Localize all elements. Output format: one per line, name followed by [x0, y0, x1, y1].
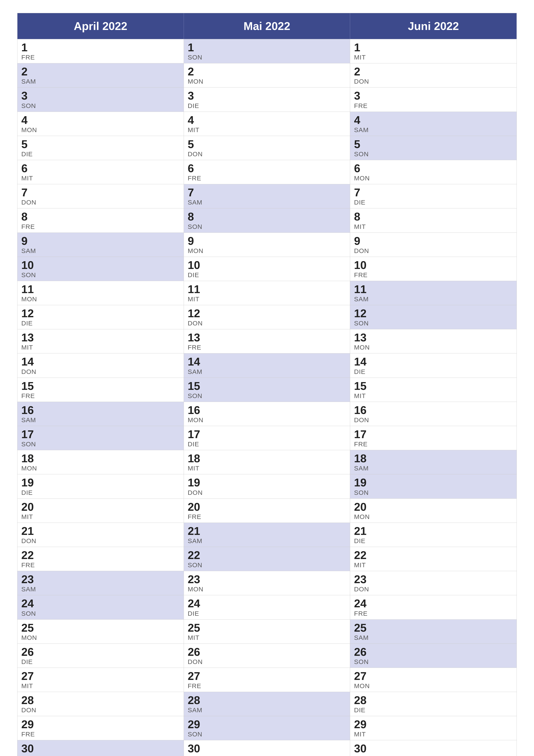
day-cell: 27FRE [184, 668, 350, 692]
day-name: FRE [354, 271, 513, 279]
day-cell: 6MIT [17, 160, 184, 184]
day-cell: 29MIT [350, 716, 517, 740]
day-number: 20 [354, 501, 513, 513]
day-name: SON [21, 271, 180, 279]
day-cell: 7DIE [350, 184, 517, 208]
day-number: 11 [188, 283, 346, 295]
day-name: SAM [21, 417, 180, 424]
day-number: 14 [21, 356, 180, 368]
day-cell: 24DIE [184, 595, 350, 619]
day-name: MON [188, 755, 346, 756]
day-number: 16 [188, 404, 346, 417]
day-name: SON [188, 54, 346, 61]
day-name: MIT [188, 126, 346, 134]
day-number: 8 [188, 210, 346, 223]
day-name: FRE [21, 392, 180, 399]
day-number: 29 [354, 718, 513, 731]
day-name: DON [354, 755, 513, 756]
day-number: 9 [188, 235, 346, 247]
day-number: 4 [21, 114, 180, 126]
day-number: 12 [354, 307, 513, 320]
day-cell: 17SON [17, 426, 184, 450]
day-name: SON [188, 392, 346, 399]
day-number: 26 [354, 646, 513, 658]
day-number: 28 [21, 694, 180, 706]
day-cell: 8SON [184, 208, 350, 232]
day-number: 26 [21, 646, 180, 658]
day-cell: 1FRE [17, 39, 184, 63]
day-cell: 30DON [350, 740, 517, 756]
day-cell: 21DON [17, 523, 184, 547]
day-cell: 16SAM [17, 402, 184, 426]
day-cell: 21DIE [350, 523, 517, 547]
day-name: FRE [21, 54, 180, 61]
day-name: FRE [354, 441, 513, 448]
day-number: 2 [188, 66, 346, 78]
day-cell: 26DIE [17, 643, 184, 668]
day-cell: 18MON [17, 450, 184, 474]
day-cell: 24SON [17, 595, 184, 619]
day-number: 6 [354, 162, 513, 175]
day-number: 27 [188, 670, 346, 682]
day-cell: 14SAM [184, 353, 350, 377]
day-number: 18 [354, 452, 513, 465]
day-name: SON [354, 150, 513, 158]
day-name: MON [188, 247, 346, 255]
day-cell: 26SON [350, 643, 517, 668]
day-cell: 3FRE [350, 87, 517, 111]
day-name: MON [188, 585, 346, 593]
day-cell: 23SAM [17, 571, 184, 595]
day-name: SON [354, 489, 513, 496]
day-number: 18 [188, 452, 346, 465]
day-cell: 10DIE [184, 257, 350, 281]
day-number: 11 [21, 283, 180, 295]
day-name: DIE [188, 102, 346, 109]
day-cell: 17DIE [184, 426, 350, 450]
day-number: 19 [354, 476, 513, 489]
day-number: 14 [354, 356, 513, 368]
day-name: SAM [354, 634, 513, 641]
day-number: 21 [354, 525, 513, 537]
day-number: 18 [21, 452, 180, 465]
day-name: MIT [354, 54, 513, 61]
day-number: 17 [354, 428, 513, 441]
day-cell: 29SON [184, 716, 350, 740]
day-name: MIT [21, 175, 180, 182]
day-number: 11 [354, 283, 513, 295]
day-cell: 2DON [350, 63, 517, 87]
day-name: FRE [188, 513, 346, 521]
day-cell: 21SAM [184, 523, 350, 547]
day-number: 3 [188, 90, 346, 102]
day-cell: 20MON [350, 499, 517, 523]
day-name: FRE [188, 682, 346, 689]
day-cell: 17FRE [350, 426, 517, 450]
day-name: DON [21, 537, 180, 545]
day-number: 1 [188, 41, 346, 54]
day-number: 27 [354, 670, 513, 682]
day-name: DON [354, 247, 513, 255]
day-cell: 14DIE [350, 353, 517, 377]
day-number: 5 [188, 138, 346, 150]
day-number: 17 [21, 428, 180, 441]
day-cell: 22SON [184, 547, 350, 571]
day-cell: 4MON [17, 112, 184, 136]
day-name: DON [21, 199, 180, 206]
day-cell: 15FRE [17, 378, 184, 402]
day-name: MON [188, 78, 346, 85]
day-cell: 29FRE [17, 716, 184, 740]
day-number: 21 [188, 525, 346, 537]
day-number: 16 [21, 404, 180, 417]
day-cell: 27MON [350, 668, 517, 692]
day-cell: 13FRE [184, 329, 350, 353]
day-name: MON [354, 344, 513, 351]
day-cell: 6FRE [184, 160, 350, 184]
day-name: DON [354, 585, 513, 593]
day-name: MON [21, 126, 180, 134]
day-name: SAM [188, 199, 346, 206]
day-number: 8 [21, 210, 180, 223]
day-cell: 9SAM [17, 232, 184, 257]
day-cell: 18MIT [184, 450, 350, 474]
day-number: 5 [21, 138, 180, 150]
day-cell: 27MIT [17, 668, 184, 692]
day-cell: 26DON [184, 643, 350, 668]
